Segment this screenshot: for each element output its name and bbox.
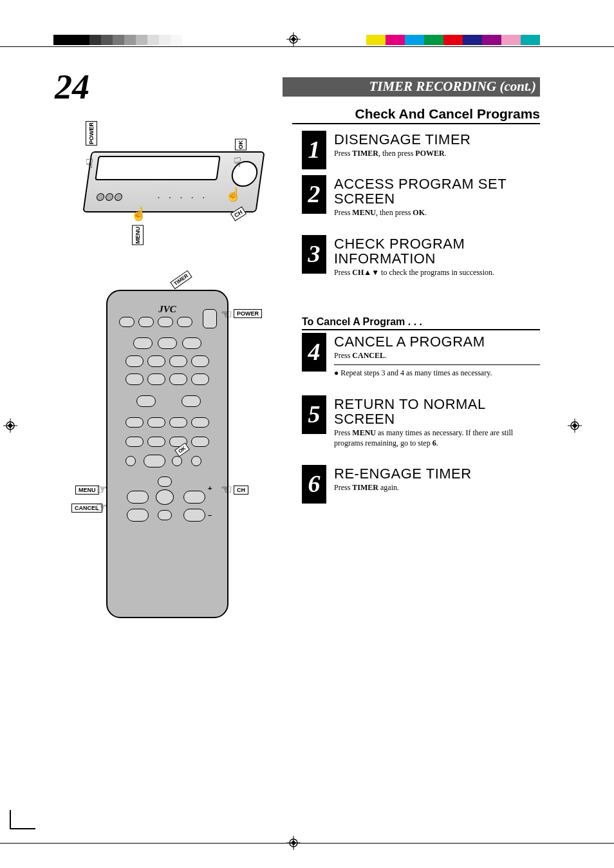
hand-icon: ☜ <box>221 307 232 322</box>
remote-illustration: JVC <box>80 283 248 618</box>
subheading-cancel: To Cancel A Program . . . <box>302 316 540 330</box>
remote-button <box>126 355 144 367</box>
reg-color-swatches <box>366 35 540 45</box>
reg-line-bottom <box>0 843 614 844</box>
vcr-tape-slot <box>95 156 220 180</box>
step-title: RE-ENGAGE TIMER <box>334 466 540 481</box>
remote-button <box>183 509 205 522</box>
vcr-button-row <box>96 192 149 202</box>
reg-gray-gradient <box>89 35 182 45</box>
remote-button <box>119 317 135 327</box>
remote-button <box>191 456 201 466</box>
remote-button <box>169 417 187 428</box>
step-number: 3 <box>302 235 326 274</box>
step-title: CHECK PROGRAM INFORMATION <box>334 236 540 266</box>
step-number: 5 <box>302 395 326 434</box>
remote-button <box>181 395 201 407</box>
hand-icon: ☝ <box>225 187 241 202</box>
remote-button <box>169 355 187 367</box>
divider <box>334 364 540 365</box>
step-number: 1 <box>302 131 326 169</box>
remote-body: JVC <box>106 290 228 618</box>
step-number: 2 <box>302 175 326 214</box>
remote-button <box>138 317 154 327</box>
step-2: 2ACCESS PROGRAM SET SCREENPress MENU, th… <box>302 176 540 218</box>
reg-line-top <box>0 46 614 47</box>
remote-ok-button <box>172 456 182 466</box>
step-title: CANCEL A PROGRAM <box>334 334 540 349</box>
remote-button <box>191 373 209 385</box>
section-title-bar: TIMER RECORDING (cont.) <box>283 77 540 97</box>
remote-button <box>177 317 192 327</box>
plus-label: + <box>208 484 212 492</box>
remote-button <box>169 373 187 385</box>
hand-icon: ☟ <box>86 156 93 171</box>
hand-icon: ☜ <box>221 482 232 497</box>
remote-button <box>191 355 209 367</box>
step-body: Press MENU, then press OK. <box>334 207 540 218</box>
step-1: 1DISENGAGE TIMERPress TIMER, then press … <box>302 132 540 158</box>
remote-button <box>126 417 144 428</box>
step-body: Press TIMER again. <box>334 482 540 493</box>
step-number: 4 <box>302 333 326 372</box>
step-body: Press CANCEL. <box>334 350 540 361</box>
hand-icon: ☟ <box>234 155 241 170</box>
page-number: 24 <box>55 67 89 107</box>
remote-brand: JVC <box>158 304 176 315</box>
crosshair-icon <box>3 419 17 433</box>
remote-button <box>147 417 165 428</box>
svg-rect-11 <box>572 423 577 428</box>
reg-black-bar <box>53 35 89 45</box>
remote-button <box>144 455 165 467</box>
remote-button <box>191 437 209 447</box>
step-3: 3CHECK PROGRAM INFORMATIONPress CH▲▼ to … <box>302 236 540 278</box>
step-bullet: ● Repeat steps 3 and 4 as many times as … <box>334 368 540 378</box>
remote-down-button <box>158 510 172 520</box>
hand-icon: ☞ <box>96 482 107 497</box>
step-number: 6 <box>302 465 326 504</box>
step-5: 5RETURN TO NORMAL SCREENPress MENU as ma… <box>302 397 540 449</box>
callout-power: POWER <box>234 309 262 318</box>
print-registration-top <box>0 35 614 48</box>
remote-button <box>182 337 201 349</box>
page-corner-mark <box>10 810 35 829</box>
remote-button <box>133 337 153 349</box>
left-illustration-column: • • • • • POWER OK MENU CH ☟ ☟ ☝ ☝ JVC <box>61 116 274 618</box>
callout-power: POWER <box>86 121 97 146</box>
callout-menu: MENU <box>132 225 144 245</box>
hand-icon: ☞ <box>96 500 107 515</box>
remote-up-button <box>158 476 172 487</box>
callout-ch: CH <box>234 486 248 495</box>
step-body: Press TIMER, then press POWER. <box>334 148 540 158</box>
minus-label: – <box>208 511 212 519</box>
step-6: 6RE-ENGAGE TIMERPress TIMER again. <box>302 466 540 493</box>
vcr-indicator-dots: • • • • • <box>157 194 209 201</box>
step-title: ACCESS PROGRAM SET SCREEN <box>334 176 540 206</box>
step-title: RETURN TO NORMAL SCREEN <box>334 397 540 426</box>
remote-power-button <box>203 309 217 328</box>
remote-button <box>126 456 136 466</box>
remote-center-button <box>156 489 174 505</box>
step-title: DISENGAGE TIMER <box>334 132 540 147</box>
step-body: Press MENU as many times as necessary. I… <box>334 428 540 448</box>
remote-button <box>158 337 177 349</box>
remote-button <box>136 395 156 407</box>
remote-button <box>147 355 165 367</box>
hand-icon: ☝ <box>131 206 147 222</box>
remote-button <box>158 317 173 327</box>
step-body: Press CH▲▼ to check the programs in succ… <box>334 267 540 278</box>
callout-timer: TIMER <box>170 270 192 290</box>
step-4: 4CANCEL A PROGRAMPress CANCEL.● Repeat s… <box>302 334 540 378</box>
remote-menu-button <box>127 491 149 504</box>
svg-rect-3 <box>291 37 296 42</box>
remote-button <box>191 417 209 428</box>
vcr-illustration: • • • • • POWER OK MENU CH ☟ ☟ ☝ ☝ <box>61 116 267 225</box>
remote-ch-button <box>183 491 205 504</box>
remote-button <box>126 437 144 447</box>
remote-cancel-button <box>127 509 149 522</box>
section-heading: Check And Cancel Programs <box>292 106 540 124</box>
steps-column: 1DISENGAGE TIMERPress TIMER, then press … <box>302 132 540 511</box>
remote-button <box>147 373 165 385</box>
crosshair-icon <box>286 32 301 46</box>
remote-button <box>147 437 165 447</box>
